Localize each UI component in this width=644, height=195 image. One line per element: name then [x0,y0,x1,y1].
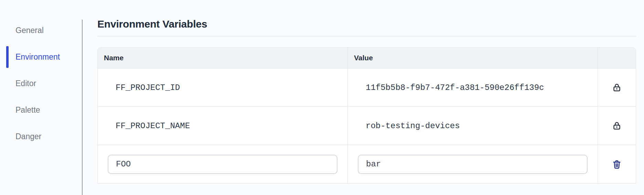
var-name: FF_PROJECT_NAME [98,121,190,131]
var-name-input-cell [98,145,348,183]
row-actions-cell [598,69,636,106]
table-header-row: Name Value [98,48,636,69]
environment-settings-panel: Environment Variables Name Value FF_PROJ… [97,0,636,184]
sidebar-item-label: Palette [15,105,40,115]
column-header-name: Name [98,48,348,68]
delete-row-button[interactable] [609,157,624,172]
lock-icon [609,80,624,95]
var-name-cell: FF_PROJECT_ID [98,69,348,106]
var-name-input[interactable] [108,155,337,174]
sidebar-item-label: Editor [15,79,36,88]
sidebar-item-label: Environment [15,52,60,62]
trash-icon [612,159,622,170]
table-row-editable [98,145,636,183]
section-header: Environment Variables [97,0,636,37]
row-actions-cell [598,107,636,145]
sidebar-item-danger[interactable]: Danger [0,123,82,150]
sidebar-item-editor[interactable]: Editor [0,70,82,97]
sidebar-item-environment[interactable]: Environment [0,44,82,70]
var-value-cell: 11f5b5b8-f9b7-472f-a381-590e26ff139c [348,69,598,106]
var-value: 11f5b5b8-f9b7-472f-a381-590e26ff139c [348,83,544,92]
var-name: FF_PROJECT_ID [98,83,180,92]
settings-sidebar: General Environment Editor Palette Dange… [0,17,82,150]
sidebar-item-label: General [15,26,44,35]
var-value-cell: rob-testing-devices [348,107,598,145]
lock-icon [609,118,624,133]
var-value: rob-testing-devices [348,121,460,131]
env-variables-table: Name Value FF_PROJECT_ID 11f5b5b8-f9b7-4… [97,47,636,184]
row-actions-cell [598,145,636,183]
sidebar-item-general[interactable]: General [0,17,82,44]
var-value-input-cell [348,145,598,183]
table-row: FF_PROJECT_ID 11f5b5b8-f9b7-472f-a381-59… [98,69,636,107]
var-value-input[interactable] [358,155,588,174]
var-name-cell: FF_PROJECT_NAME [98,107,348,145]
active-indicator-bar [6,46,9,68]
column-header-value: Value [348,48,598,68]
column-header-actions [598,48,636,68]
sidebar-divider [82,20,83,195]
table-row: FF_PROJECT_NAME rob-testing-devices [98,107,636,145]
sidebar-item-label: Danger [15,132,41,141]
sidebar-item-palette[interactable]: Palette [0,97,82,123]
page-title: Environment Variables [97,18,636,30]
